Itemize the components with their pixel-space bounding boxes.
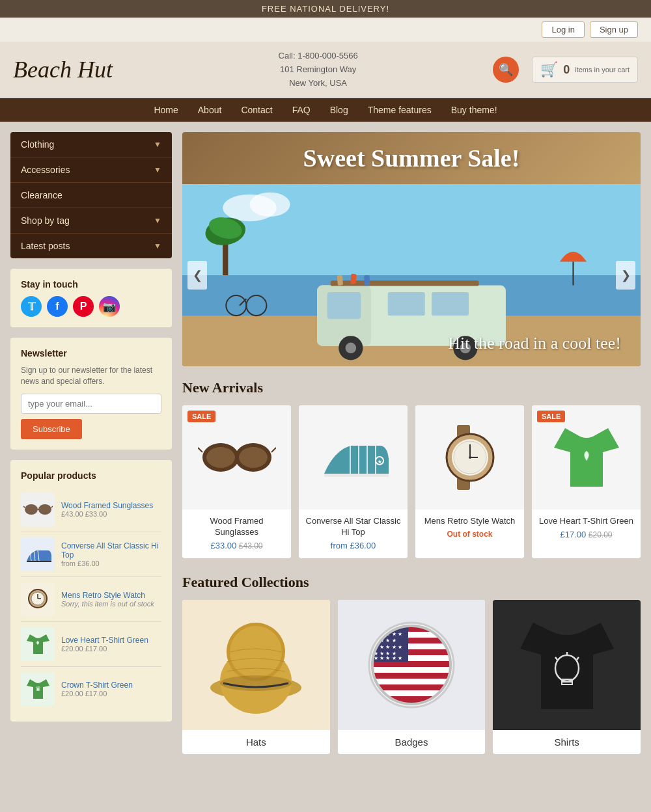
product-price: £17.00 £20.00: [538, 530, 634, 539]
sidebar: Clothing ▼ Accessories ▼ Clearance Shop …: [10, 132, 172, 770]
pinterest-icon[interactable]: P: [73, 296, 94, 317]
cart-text: items in your cart: [575, 65, 630, 74]
hero-image: Hit the road in a cool tee! ❮ ❯: [182, 184, 641, 366]
svg-line-44: [271, 448, 276, 452]
product-card[interactable]: SALE Wood Framed Sunglasses £33.00 £43.0…: [182, 405, 291, 558]
new-arrivals-title: New Arrivals: [182, 379, 641, 396]
featured-card-hats[interactable]: Hats: [182, 600, 330, 754]
svg-rect-33: [432, 292, 469, 316]
product-name: Love Heart T-Shirt Green: [538, 516, 634, 527]
signup-button[interactable]: Sign up: [590, 21, 638, 38]
featured-label: Shirts: [493, 730, 641, 754]
product-info: Love Heart T-Shirt Green £20.00 £17.00: [61, 636, 148, 653]
product-thumbnail: [21, 493, 55, 526]
product-price: from £36.00: [305, 541, 401, 550]
list-item[interactable]: Wood Framed Sunglasses £43.00 £33.00: [21, 487, 161, 532]
nav-about[interactable]: About: [198, 105, 222, 115]
price-current: £33.00: [210, 541, 236, 550]
product-info: Mens Retro Style Watch Sorry, this item …: [61, 591, 154, 608]
stay-in-touch-widget: Stay in touch 𝕋 f P 📷: [10, 269, 172, 327]
nav-faq[interactable]: FAQ: [292, 105, 311, 115]
product-info: Wood Framed Sunglasses £43.00 £33.00: [61, 501, 153, 518]
out-of-stock-label: Out of stock: [422, 530, 518, 539]
auth-bar: Log in Sign up: [0, 18, 651, 42]
nav-blog[interactable]: Blog: [330, 105, 348, 115]
main-nav: Home About Contact FAQ Blog Theme featur…: [0, 98, 651, 122]
product-name: Mens Retro Style Watch: [61, 591, 154, 600]
slider-next-button[interactable]: ❯: [616, 261, 635, 290]
sidebar-item-label-shop-by-tag: Shop by tag: [21, 215, 70, 226]
featured-card-badges[interactable]: ★ ★ ★ ★ ★ ★ ★ ★ ★ ★ ★ ★ ★ ★ ★ ★ ★ ★ ★ ★ …: [338, 600, 486, 754]
svg-line-43: [198, 448, 202, 452]
product-card[interactable]: Mens Retro Style Watch Out of stock: [415, 405, 524, 558]
svg-rect-67: [372, 667, 450, 673]
nav-contact[interactable]: Contact: [241, 105, 272, 115]
product-grid: SALE Wood Framed Sunglasses £33.00 £43.0…: [182, 405, 641, 558]
nav-buy-theme[interactable]: Buy theme!: [451, 105, 497, 115]
slider-prev-button[interactable]: ❮: [187, 261, 207, 290]
logo[interactable]: Beach Hut: [13, 56, 143, 83]
svg-rect-35: [337, 275, 344, 286]
svg-rect-68: [372, 679, 450, 684]
address2: New York, USA: [156, 77, 480, 90]
login-button[interactable]: Log in: [542, 21, 584, 38]
content-wrapper: Clothing ▼ Accessories ▼ Clearance Shop …: [0, 122, 651, 770]
address1: 101 Remington Way: [156, 63, 480, 77]
newsletter-text: Sign up to our newsletter for the latest…: [21, 365, 161, 387]
nav-home[interactable]: Home: [154, 105, 178, 115]
twitter-icon[interactable]: 𝕋: [21, 296, 42, 317]
widget-title-social: Stay in touch: [21, 279, 161, 290]
sidebar-item-shop-by-tag[interactable]: Shop by tag ▼: [10, 208, 172, 234]
list-item[interactable]: Converse All Star Classic Hi Top from £3…: [21, 532, 161, 577]
product-image: SALE: [182, 405, 291, 509]
cart-area[interactable]: 🛒 0 items in your cart: [532, 57, 638, 83]
featured-image: [182, 600, 330, 730]
product-price: £20.00 £17.00: [61, 690, 133, 697]
main-content: Sweet Summer Sale!: [182, 132, 641, 770]
featured-collections-grid: Hats: [182, 600, 641, 754]
list-item[interactable]: Love Heart T-Shirt Green £20.00 £17.00: [21, 622, 161, 667]
sidebar-item-latest-posts[interactable]: Latest posts ▼: [10, 234, 172, 258]
featured-card-shirts[interactable]: Shirts: [493, 600, 641, 754]
hero-caption: Hit the road in a cool tee!: [448, 334, 621, 353]
product-card-info: Converse All Star Classic Hi Top from £3…: [299, 509, 408, 550]
featured-image: ★ ★ ★ ★ ★ ★ ★ ★ ★ ★ ★ ★ ★ ★ ★ ★ ★ ★ ★ ★ …: [338, 600, 486, 730]
product-image: [415, 405, 524, 509]
svg-point-29: [346, 343, 357, 354]
price-current: from £36.00: [331, 541, 376, 550]
svg-point-0: [25, 504, 38, 515]
featured-label: Badges: [338, 730, 486, 754]
product-name: Converse All Star Classic Hi Top: [61, 541, 161, 560]
chevron-down-icon: ▼: [154, 165, 161, 174]
svg-point-59: [220, 675, 292, 691]
instagram-icon[interactable]: 📷: [99, 296, 120, 317]
svg-point-15: [250, 193, 290, 217]
svg-point-40: [206, 447, 235, 468]
sidebar-item-clothing[interactable]: Clothing ▼: [10, 132, 172, 157]
sidebar-menu: Clothing ▼ Accessories ▼ Clearance Shop …: [10, 132, 172, 258]
featured-image: [493, 600, 641, 730]
search-button[interactable]: 🔍: [493, 57, 519, 83]
email-input[interactable]: [21, 394, 161, 414]
product-card[interactable]: ★ Converse All Star Classic Hi Top from …: [299, 405, 408, 558]
list-item[interactable]: ♛ Crown T-Shirt Green £20.00 £17.00: [21, 667, 161, 711]
nav-theme-features[interactable]: Theme features: [368, 105, 432, 115]
svg-point-1: [38, 504, 51, 515]
sidebar-item-clearance[interactable]: Clearance: [10, 183, 172, 208]
product-thumbnail: ♛: [21, 672, 55, 706]
sidebar-item-accessories[interactable]: Accessories ▼: [10, 157, 172, 183]
featured-collections-title: Featured Collections: [182, 574, 641, 591]
sidebar-item-label-accessories: Accessories: [21, 165, 70, 175]
product-name: Love Heart T-Shirt Green: [61, 636, 148, 645]
list-item[interactable]: Mens Retro Style Watch Sorry, this item …: [21, 577, 161, 622]
contact-info: Call: 1-800-000-5566 101 Remington Way N…: [156, 49, 480, 90]
facebook-icon[interactable]: f: [47, 296, 68, 317]
product-card[interactable]: SALE Love Heart T-Shirt Green £17.00 £20…: [532, 405, 641, 558]
phone: Call: 1-800-000-5566: [156, 49, 480, 63]
product-card-info: Mens Retro Style Watch Out of stock: [415, 509, 524, 539]
cart-icon: 🛒: [540, 61, 558, 78]
product-price: £20.00 £17.00: [61, 645, 148, 653]
subscribe-button[interactable]: Subscribe: [21, 419, 82, 439]
product-thumbnail: [21, 627, 55, 661]
product-name: Wood Framed Sunglasses: [61, 501, 153, 510]
